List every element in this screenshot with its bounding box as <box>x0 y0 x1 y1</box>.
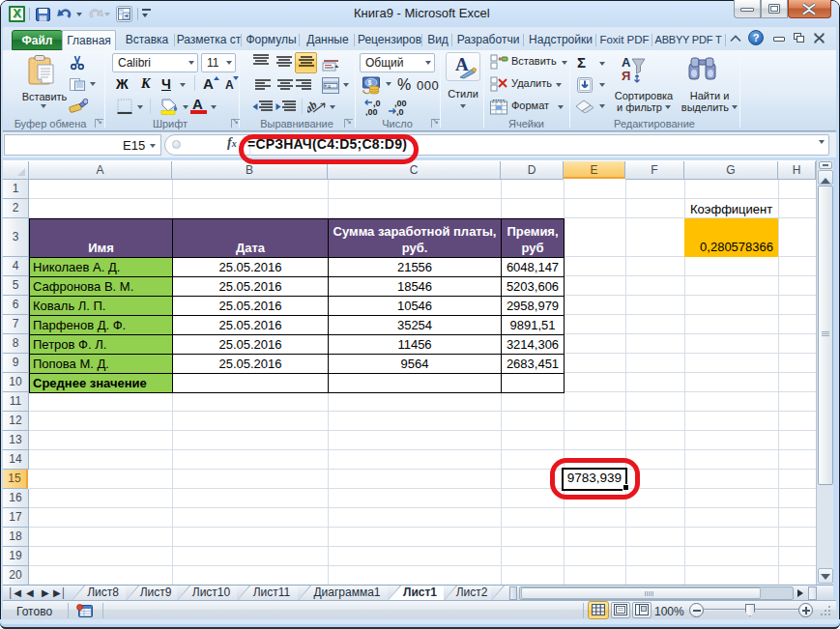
svg-text:Я: Я <box>622 69 630 83</box>
svg-text:a: a <box>328 82 331 89</box>
svg-text:,0: ,0 <box>396 107 404 116</box>
svg-text:А: А <box>622 55 631 70</box>
svg-text:$: $ <box>368 79 372 87</box>
svg-text:ab: ab <box>307 99 319 115</box>
svg-text:,00: ,00 <box>365 107 378 116</box>
